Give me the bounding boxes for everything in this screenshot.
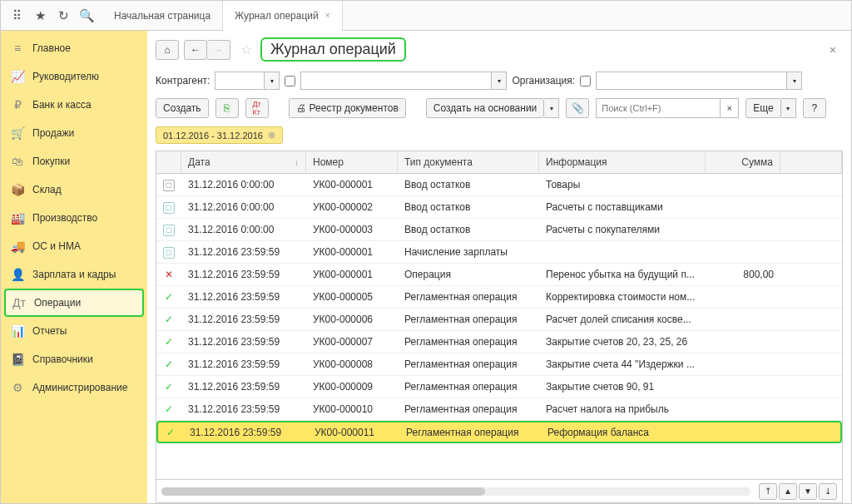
forward-button[interactable]: →: [207, 40, 230, 60]
sidebar-item-7[interactable]: 🚚ОС и НМА: [1, 232, 147, 260]
sidebar-item-2[interactable]: ₽Банк и касса: [1, 91, 147, 119]
col-info[interactable]: Информация: [539, 151, 706, 173]
table-row[interactable]: ▢31.12.2016 0:00:00УК00-000002Ввод остат…: [156, 196, 842, 219]
grid-header: Дата Номер Тип документа Информация Сумм…: [156, 151, 842, 174]
more-dropdown[interactable]: ▾: [781, 98, 796, 118]
cell-date: 31.12.2016 23:59:59: [181, 381, 306, 393]
close-page-button[interactable]: ×: [823, 43, 843, 57]
search-icon[interactable]: 🔍: [76, 5, 97, 27]
table-row[interactable]: ✕31.12.2016 23:59:59УК00-000001ОперацияП…: [156, 264, 842, 286]
cell-type: Ввод остатков: [398, 201, 539, 213]
col-date[interactable]: Дата: [181, 151, 306, 173]
cell-info: Перенос убытка на будущий п...: [539, 269, 706, 280]
row-status-icon: ▢: [163, 202, 175, 214]
search-input[interactable]: [596, 98, 721, 118]
org-checkbox[interactable]: [580, 76, 591, 86]
nav-last[interactable]: ⤓: [819, 483, 837, 500]
filter-dropdown-1[interactable]: ▾: [492, 72, 507, 90]
table-row[interactable]: ✓31.12.2016 23:59:59УК00-000006Регламент…: [156, 309, 842, 331]
table-row[interactable]: ✓31.12.2016 23:59:59УК00-000008Регламент…: [156, 353, 842, 376]
copy-button[interactable]: ⎘: [215, 98, 239, 118]
help-button[interactable]: ?: [803, 98, 826, 118]
history-icon[interactable]: ↻: [52, 5, 74, 27]
contractor-dropdown[interactable]: ▾: [265, 72, 280, 90]
more-button[interactable]: Еще: [746, 98, 780, 118]
sidebar-icon: 🛒: [11, 126, 24, 140]
sidebar-label: Склад: [32, 184, 62, 195]
row-status-icon: ▢: [163, 247, 175, 259]
back-button[interactable]: ←: [184, 40, 207, 60]
create-based-button[interactable]: Создать на основании: [426, 98, 545, 118]
apps-icon[interactable]: ⠿: [6, 5, 27, 27]
table-row[interactable]: ✓31.12.2016 23:59:59УК00-000009Регламент…: [156, 376, 842, 398]
sidebar-item-9[interactable]: ДтОперации: [4, 289, 144, 317]
cell-info: Закрытие счетов 20, 23, 25, 26: [539, 336, 706, 348]
org-dropdown[interactable]: ▾: [787, 72, 802, 90]
sidebar-item-11[interactable]: 📓Справочники: [1, 345, 147, 373]
col-type[interactable]: Тип документа: [398, 151, 539, 173]
nav-down[interactable]: ▼: [799, 483, 817, 500]
filter-field-1[interactable]: [300, 72, 492, 90]
cell-info: Закрытие счета 44 "Издержки ...: [539, 358, 706, 370]
home-button[interactable]: ⌂: [156, 40, 179, 60]
tab-close-icon[interactable]: ×: [325, 11, 330, 20]
col-number[interactable]: Номер: [306, 151, 398, 173]
nav-up[interactable]: ▲: [779, 483, 797, 500]
sidebar-label: Продажи: [32, 127, 74, 139]
cell-type: Регламентная операция: [399, 427, 541, 438]
search-clear[interactable]: ×: [721, 98, 739, 118]
scrollbar-thumb[interactable]: [161, 487, 485, 496]
dtkt-button[interactable]: ДтКт: [245, 98, 269, 118]
cell-number: УК00-000001: [306, 179, 398, 190]
col-sum[interactable]: Сумма: [706, 151, 780, 173]
table-row[interactable]: ▢31.12.2016 0:00:00УК00-000001Ввод остат…: [156, 174, 842, 196]
sidebar-item-3[interactable]: 🛒Продажи: [1, 119, 147, 147]
filter-bar: Контрагент: ▾ ▾ Организация: ▾: [147, 68, 851, 93]
row-status-icon: ✕: [163, 269, 175, 280]
row-status-icon: ✓: [163, 314, 175, 325]
sidebar-icon: 📦: [11, 183, 24, 196]
sidebar-item-8[interactable]: 👤Зарплата и кадры: [1, 260, 147, 289]
org-field[interactable]: [596, 72, 787, 90]
sidebar-item-10[interactable]: 📊Отчеты: [1, 317, 147, 345]
table-row[interactable]: ✓31.12.2016 23:59:59УК00-000005Регламент…: [156, 286, 842, 309]
h-scrollbar[interactable]: [161, 487, 750, 496]
cell-date: 31.12.2016 0:00:00: [181, 179, 306, 190]
sidebar-label: Производство: [32, 212, 97, 224]
cell-info: Реформация баланса: [541, 427, 707, 438]
sidebar-item-6[interactable]: 🏭Производство: [1, 204, 147, 232]
contractor-field[interactable]: [215, 72, 265, 90]
table-row[interactable]: ▢31.12.2016 23:59:59УК00-000001Начислени…: [156, 241, 842, 264]
table-row[interactable]: ▢31.12.2016 0:00:00УК00-000003Ввод остат…: [156, 219, 842, 241]
col-extra[interactable]: [780, 151, 842, 173]
sidebar-item-1[interactable]: 📈Руководителю: [1, 62, 147, 91]
registry-button[interactable]: 🖨Реестр документов: [289, 98, 406, 118]
table-row[interactable]: ✓31.12.2016 23:59:59УК00-000007Регламент…: [156, 331, 842, 353]
sidebar-item-0[interactable]: ≡Главное: [1, 34, 147, 62]
filter-checkbox-1[interactable]: [285, 76, 295, 86]
row-status-icon: ✓: [163, 403, 175, 415]
sidebar-item-4[interactable]: 🛍Покупки: [1, 147, 147, 175]
date-range-clear-icon[interactable]: ⊗: [268, 130, 275, 141]
col-icon[interactable]: [156, 151, 181, 173]
sidebar-item-12[interactable]: ⚙Администрирование: [1, 373, 147, 402]
create-based-dropdown[interactable]: ▾: [544, 98, 559, 118]
nav-first[interactable]: ⤒: [759, 483, 777, 500]
sidebar-label: Администрирование: [32, 382, 127, 393]
cell-type: Регламентная операция: [398, 336, 539, 348]
attach-button[interactable]: 📎: [566, 98, 589, 118]
star-icon[interactable]: ★: [29, 5, 51, 27]
cell-number: УК00-000008: [306, 358, 398, 370]
tab-home-label: Начальная страница: [114, 10, 211, 22]
cell-info: Расчет налога на прибыль: [539, 403, 706, 415]
favorite-icon[interactable]: ☆: [240, 42, 252, 57]
date-range-chip[interactable]: 01.12.2016 - 31.12.2016 ⊗: [156, 126, 283, 144]
table-row[interactable]: ✓31.12.2016 23:59:59УК00-000010Регламент…: [156, 398, 842, 421]
sidebar-label: ОС и НМА: [32, 240, 81, 252]
table-row[interactable]: ✓31.12.2016 23:59:59УК00-000011Регламент…: [156, 421, 842, 443]
sidebar-item-5[interactable]: 📦Склад: [1, 175, 147, 204]
tab-home[interactable]: Начальная страница: [102, 1, 223, 31]
tab-current[interactable]: Журнал операций×: [223, 1, 342, 31]
create-button[interactable]: Создать: [156, 98, 209, 118]
sidebar-icon: ₽: [11, 98, 24, 111]
